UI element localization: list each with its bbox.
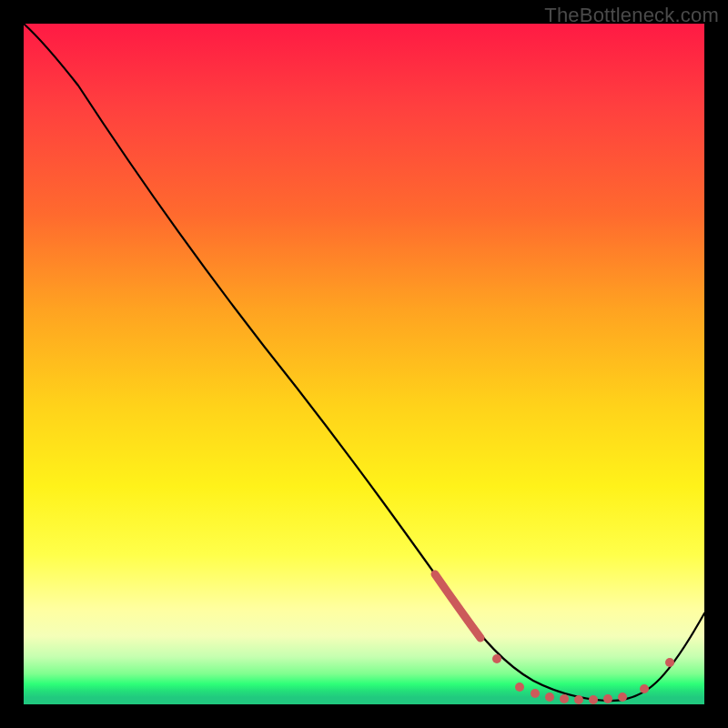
highlight-descent-segment [435,574,480,638]
curve-svg [24,24,704,704]
marker-dot-flat-7 [603,694,612,703]
marker-dot-up-2 [665,658,674,667]
marker-dot-flat-3 [545,693,554,702]
watermark-text: TheBottleneck.com [544,4,719,27]
bottleneck-curve-line [24,24,704,701]
marker-dot-up-1 [640,684,649,693]
marker-dot-flat-5 [574,695,583,704]
marker-dot-flat-4 [560,694,569,703]
marker-dot-flat-1 [515,682,524,692]
marker-dot-pre-flat [492,654,501,663]
chart-frame: TheBottleneck.com [0,0,728,728]
marker-dot-flat-6 [589,695,598,704]
plot-area [24,24,704,704]
marker-dot-flat-2 [531,689,540,698]
marker-dot-flat-8 [618,693,627,702]
